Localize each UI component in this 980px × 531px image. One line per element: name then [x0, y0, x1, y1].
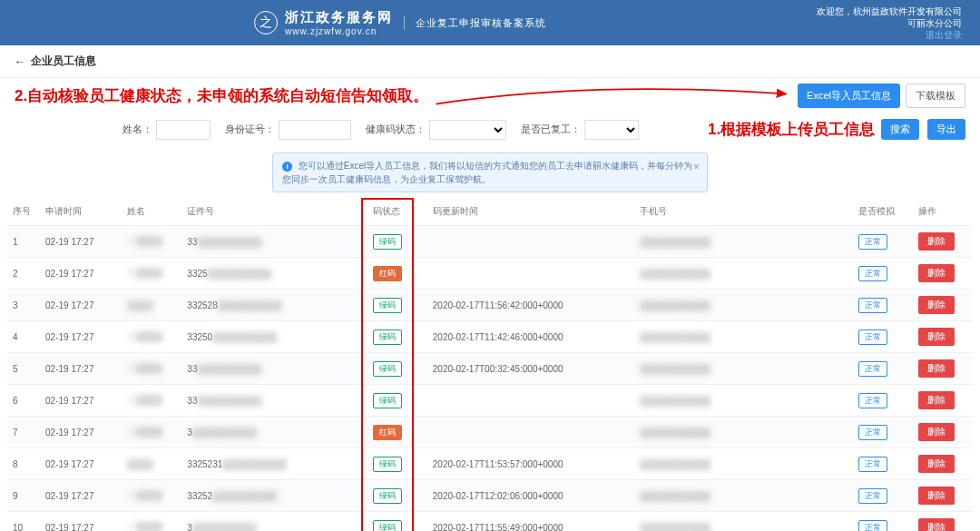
normal-badge: 正常 — [858, 457, 887, 472]
normal-badge: 正常 — [858, 298, 887, 313]
annotation-1: 1.根据模板上传员工信息 — [708, 119, 875, 140]
cell-normal: 正常 — [853, 448, 913, 480]
th-op: 操作 — [913, 198, 973, 226]
cell-op: 删除 — [913, 480, 973, 512]
code-select[interactable] — [429, 120, 506, 140]
table-row: 602-19 17:27吴████33██████████绿码█████████… — [7, 385, 973, 417]
delete-button[interactable]: 删除 — [918, 455, 955, 473]
cell-idx: 2 — [7, 258, 40, 290]
cell-phone: ███████████ — [634, 512, 852, 532]
name-input[interactable] — [156, 120, 211, 140]
code-badge: 红码 — [373, 425, 402, 440]
code-badge: 绿码 — [373, 488, 402, 504]
delete-button[interactable]: 删除 — [918, 518, 955, 531]
table-container: 序号 申请时间 姓名 证件号 码状态 码更新时间 手机号 是否模拟 操作 102… — [0, 198, 980, 531]
code-badge: 红码 — [373, 266, 402, 281]
cell-name: ████ — [122, 448, 181, 480]
cell-update: 2020-02-17T00:32:45:000+0000 — [427, 353, 634, 385]
cell-time: 02-19 17:27 — [40, 417, 122, 448]
cell-cert: 3██████████ — [181, 512, 367, 532]
cell-update: 2020-02-17T11:55:49:000+0000 — [427, 512, 634, 532]
export-button[interactable]: 导出 — [927, 119, 965, 140]
excel-import-button[interactable]: Excel导入员工信息 — [798, 84, 900, 108]
cell-cert: 3██████████ — [181, 417, 367, 448]
cell-time: 02-19 17:27 — [40, 480, 122, 512]
logo-area: 之 浙江政务服务网 www.zjzwfw.gov.cn 企业复工申报审核备案系统 — [254, 9, 546, 36]
cell-cert: 3325231██████████ — [181, 448, 367, 480]
logout-link[interactable]: 退出登录 — [817, 29, 962, 41]
delete-button[interactable]: 删除 — [918, 328, 955, 346]
delete-button[interactable]: 删除 — [918, 423, 955, 441]
cell-update — [427, 258, 634, 290]
normal-badge: 正常 — [858, 266, 887, 281]
cell-op: 删除 — [913, 353, 973, 385]
cell-op: 删除 — [913, 448, 973, 480]
search-button[interactable]: 搜索 — [881, 119, 919, 140]
cell-code: 红码 — [368, 258, 427, 290]
filter-actions: 搜索 导出 — [876, 119, 965, 140]
cell-time: 02-19 17:27 — [40, 385, 122, 417]
table-row: 102-19 17:27吴████33██████████绿码█████████… — [7, 226, 973, 258]
cell-update — [427, 226, 634, 258]
th-normal: 是否模拟 — [853, 198, 913, 226]
cell-phone: ███████████ — [634, 417, 852, 448]
cell-name: 吴████ — [122, 385, 181, 417]
cell-idx: 6 — [7, 385, 40, 417]
id-input[interactable] — [279, 120, 351, 140]
cell-normal: 正常 — [853, 258, 913, 290]
th-idx: 序号 — [7, 198, 40, 226]
cell-update: 2020-02-17T11:53:57:000+0000 — [427, 448, 634, 480]
delete-button[interactable]: 删除 — [918, 264, 955, 282]
cell-time: 02-19 17:27 — [40, 321, 122, 353]
cell-time: 02-19 17:27 — [40, 258, 122, 290]
cell-time: 02-19 17:27 — [40, 512, 122, 532]
cell-normal: 正常 — [853, 353, 913, 385]
cell-phone: ███████████ — [634, 226, 852, 258]
site-url: www.zjzwfw.gov.cn — [285, 26, 393, 36]
cell-op: 删除 — [913, 290, 973, 321]
delete-button[interactable]: 删除 — [918, 487, 955, 505]
branch: 可丽水分公司 — [817, 17, 962, 29]
delete-button[interactable]: 删除 — [918, 232, 955, 251]
cell-phone: ███████████ — [634, 448, 852, 480]
th-cert: 证件号 — [181, 198, 367, 226]
delete-button[interactable]: 删除 — [918, 296, 955, 314]
code-label: 健康码状态： — [366, 123, 426, 136]
table-row: 402-19 17:27李████33250██████████绿码2020-0… — [7, 321, 973, 353]
cell-code: 绿码 — [368, 353, 427, 385]
back-arrow-icon[interactable]: ← — [15, 55, 25, 68]
cell-phone: ███████████ — [634, 258, 852, 290]
cell-code: 绿码 — [368, 226, 427, 258]
cell-update: 2020-02-17T12:02:06:000+0000 — [427, 480, 634, 512]
delete-button[interactable]: 删除 — [918, 359, 955, 378]
code-badge: 绿码 — [373, 361, 402, 377]
normal-badge: 正常 — [858, 329, 887, 345]
filter-id: 身份证号： — [225, 120, 351, 140]
cell-cert: 3325██████████ — [181, 258, 367, 290]
cell-name: 陈████ — [122, 258, 181, 290]
cell-code: 绿码 — [368, 385, 427, 417]
delete-button[interactable]: 删除 — [918, 391, 955, 409]
cell-name: 成████ — [122, 417, 181, 448]
cell-phone: ███████████ — [634, 385, 852, 417]
code-badge: 绿码 — [373, 393, 402, 408]
table-header: 序号 申请时间 姓名 证件号 码状态 码更新时间 手机号 是否模拟 操作 — [7, 198, 973, 226]
normal-badge: 正常 — [858, 520, 887, 532]
normal-badge: 正常 — [858, 425, 887, 440]
cell-op: 删除 — [913, 258, 973, 290]
code-badge: 绿码 — [373, 234, 402, 250]
th-time: 申请时间 — [40, 198, 122, 226]
table-row: 702-19 17:27成████3██████████红码██████████… — [7, 417, 973, 448]
table-row: 802-19 17:27████3325231██████████绿码2020-… — [7, 448, 973, 480]
cell-normal: 正常 — [853, 290, 913, 321]
id-label: 身份证号： — [225, 123, 275, 136]
app-header: 之 浙江政务服务网 www.zjzwfw.gov.cn 企业复工申报审核备案系统… — [0, 0, 980, 45]
return-select[interactable] — [584, 120, 639, 140]
logo-text: 浙江政务服务网 www.zjzwfw.gov.cn — [285, 9, 393, 36]
table-row: 302-19 17:27████332528██████████绿码2020-0… — [7, 290, 973, 321]
annotation-2: 2.自动核验员工健康状态，未申领的系统自动短信告知领取。 — [15, 85, 428, 106]
code-badge: 绿码 — [373, 520, 402, 532]
download-template-button[interactable]: 下载模板 — [906, 84, 965, 108]
alert-close-icon[interactable]: × — [693, 159, 700, 175]
user-info: 欢迎您，杭州益政软件开发有限公司 可丽水分公司 退出登录 — [817, 5, 962, 41]
